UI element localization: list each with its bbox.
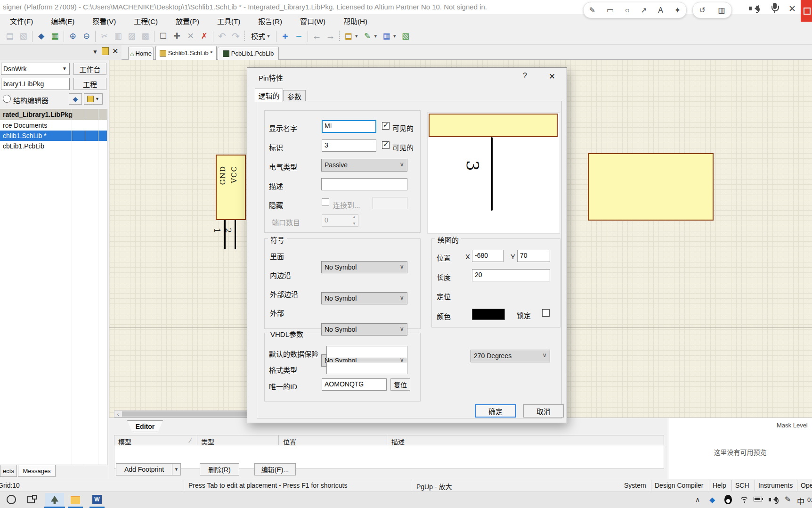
component-body[interactable]	[216, 155, 246, 220]
edit-button[interactable]: 编辑(E)...	[254, 463, 296, 475]
zoom-out-icon[interactable]: ⊖	[80, 29, 93, 43]
cortana-icon[interactable]	[7, 495, 16, 504]
ellipse-icon[interactable]: ○	[625, 6, 630, 15]
panel-close-icon[interactable]: ✕	[112, 47, 118, 56]
project-button[interactable]: 工程	[73, 78, 106, 90]
paste-array-icon[interactable]: ▩	[138, 29, 152, 43]
inside-dropdown[interactable]: No Symbol	[321, 261, 407, 273]
menu-edit[interactable]: 编辑(E)	[42, 16, 83, 26]
forward-icon[interactable]: →	[324, 29, 337, 43]
wand-icon[interactable]: ✦	[674, 6, 681, 15]
column-type[interactable]: 类型	[201, 437, 214, 446]
task-view-icon[interactable]	[27, 496, 35, 503]
tray-battery-icon[interactable]	[754, 497, 762, 501]
panel-dropdown-icon[interactable]: ▼	[92, 49, 98, 55]
tree-item-pcblib[interactable]: cbLib1.PcbLib	[0, 141, 107, 151]
tray-clock[interactable]: 0:	[807, 496, 812, 503]
menu-window[interactable]: 窗口(W)	[291, 16, 334, 26]
column-description[interactable]: 描述	[391, 437, 405, 446]
pin-1-line[interactable]	[224, 220, 226, 249]
text-icon[interactable]: A	[658, 6, 663, 15]
scroll-left-arrow-icon[interactable]: ‹	[114, 411, 122, 417]
layers-icon[interactable]: ◆	[34, 29, 48, 43]
menu-help[interactable]: 帮助(H)	[334, 16, 376, 26]
add-footprint-dropdown[interactable]: ▼	[172, 463, 181, 475]
length-input[interactable]: 20	[472, 269, 550, 281]
editor-tab[interactable]: Editor	[127, 420, 163, 432]
panel-button-instruments[interactable]: Instruments	[758, 482, 793, 489]
tree-item-schlib[interactable]: chlib1.SchLib *	[0, 131, 107, 141]
reset-button[interactable]: 复位	[390, 378, 410, 391]
display-name-input[interactable]: MI	[322, 120, 376, 133]
hide-checkbox[interactable]	[322, 198, 329, 206]
menu-reports[interactable]: 报告(R)	[249, 16, 291, 26]
tree-header[interactable]: rated_Library1.LibPkg	[0, 109, 107, 120]
panel-layers-button[interactable]: ◆	[69, 93, 82, 105]
tray-app-icon[interactable]: ◆	[709, 495, 715, 504]
taskbar-altium-icon[interactable]	[45, 493, 64, 507]
mask-level-label[interactable]: Mask Level	[777, 422, 808, 429]
panel-button-sch[interactable]: SCH	[735, 482, 749, 489]
y-input[interactable]: 70	[517, 250, 550, 262]
workspace-dropdown[interactable]: DsnWrk ▼	[1, 63, 70, 75]
tab-logical[interactable]: 逻辑的	[255, 89, 283, 102]
tray-pen-icon[interactable]: ✎	[785, 495, 791, 504]
undo-icon[interactable]: ↶	[215, 29, 229, 43]
electrical-type-dropdown[interactable]: Passive	[321, 159, 407, 172]
color-swatch[interactable]	[472, 309, 505, 320]
ic-part-icon[interactable]: ▤	[341, 29, 355, 43]
structure-editor-radio[interactable]	[3, 95, 11, 103]
stop-recording-icon[interactable]	[801, 0, 812, 22]
column-location[interactable]: 位置	[283, 437, 296, 446]
tab-pcblib[interactable]: PcbLib1.PcbLib	[218, 47, 279, 60]
format-type-input[interactable]	[326, 362, 407, 374]
ok-button[interactable]: 确定	[475, 404, 516, 418]
microphone-icon[interactable]	[771, 3, 779, 14]
zoom-in-icon[interactable]: ⊕	[66, 29, 80, 43]
plus-icon[interactable]: +	[278, 29, 292, 43]
pin-2-line[interactable]	[235, 220, 236, 249]
taskbar-word-icon[interactable]: W	[92, 495, 102, 504]
select-area-icon[interactable]: ☐	[156, 29, 170, 43]
chevron-down-icon[interactable]: ▾	[374, 33, 377, 39]
panel-pin-icon[interactable]	[102, 47, 109, 55]
menu-view[interactable]: 察看(V)	[83, 16, 125, 26]
paste-icon[interactable]: ▨	[125, 29, 138, 43]
panel-tab-messages[interactable]: Messages	[18, 465, 56, 477]
move-icon[interactable]: ✚	[170, 29, 184, 43]
project-field[interactable]: brary1.LibPkg	[1, 78, 70, 90]
locked-checkbox[interactable]	[542, 309, 550, 317]
undo-icon[interactable]: ↺	[699, 6, 705, 15]
inner-edge-dropdown[interactable]: No Symbol	[321, 292, 407, 304]
menu-file[interactable]: 文件(F)	[1, 16, 42, 26]
trash-icon[interactable]: ▥	[718, 6, 725, 15]
panel-tab-projects[interactable]: ects	[0, 465, 17, 477]
clear-selection-icon[interactable]: ✗	[197, 29, 211, 43]
dialog-close-icon[interactable]: ✕	[549, 72, 555, 82]
cut-icon[interactable]: ✂	[97, 29, 111, 43]
panel-button-design-compiler[interactable]: Design Compiler	[655, 482, 703, 489]
panel-button-openbus[interactable]: OpenB	[801, 482, 812, 489]
tree-item-source-documents[interactable]: rce Documents	[0, 120, 107, 131]
tray-chevron-icon[interactable]: ∧	[695, 496, 700, 503]
unique-id-input[interactable]: AOMONQTG	[322, 378, 387, 391]
dialog-help-icon[interactable]: ?	[523, 72, 527, 80]
tab-schlib[interactable]: Schlib1.SchLib *	[155, 46, 217, 60]
taskbar-explorer-icon[interactable]	[71, 496, 80, 504]
print-preview-icon[interactable]: ▧	[16, 29, 30, 43]
arrow-icon[interactable]: ↗	[641, 6, 647, 15]
deselect-icon[interactable]: ✕	[184, 29, 197, 43]
tray-volume-icon[interactable]	[769, 496, 779, 504]
sheet-icon[interactable]: ▧	[399, 29, 413, 43]
redo-icon[interactable]: ↷	[229, 29, 243, 43]
column-model[interactable]: 模型	[118, 437, 131, 446]
component-body-2[interactable]	[588, 153, 714, 221]
speaker-icon[interactable]	[748, 4, 759, 13]
x-input[interactable]: -680	[472, 250, 503, 262]
chevron-down-icon[interactable]: ▾	[355, 33, 358, 39]
back-icon[interactable]: ←	[310, 29, 324, 43]
menu-project[interactable]: 工程(C)	[125, 16, 167, 26]
tab-parameters[interactable]: 参数	[283, 90, 306, 102]
delete-button[interactable]: 删除(R)	[200, 463, 239, 475]
panel-button-help[interactable]: Help	[713, 482, 726, 489]
